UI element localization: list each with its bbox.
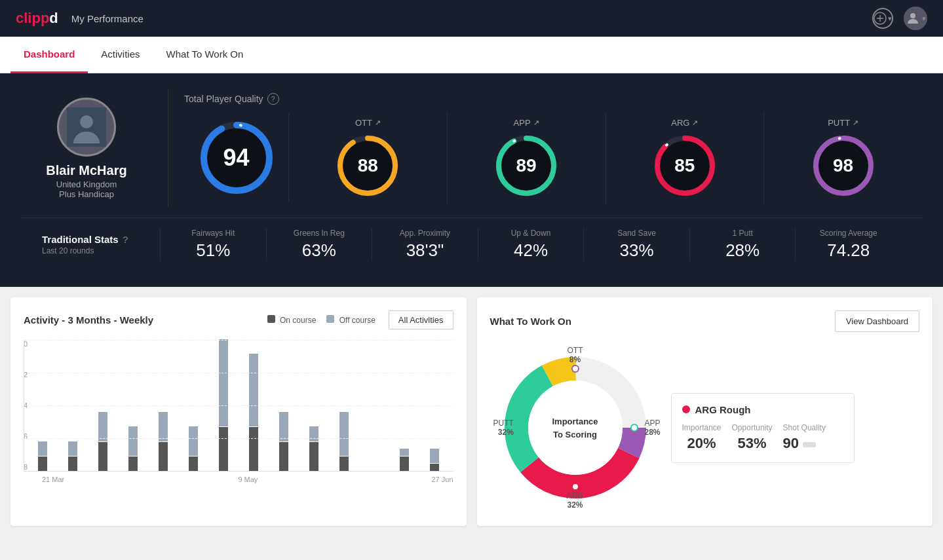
off-course-bar: [98, 412, 107, 441]
on-course-bar: [249, 427, 258, 471]
wtwon-header: What To Work On View Dashboard: [490, 310, 920, 332]
quality-help-icon[interactable]: ?: [267, 93, 279, 105]
tab-dashboard[interactable]: Dashboard: [10, 37, 88, 73]
bar-group: [421, 449, 448, 471]
stat-scoring-average-value: 74.28: [803, 240, 893, 261]
off-course-bar: [309, 426, 318, 441]
detail-metric-importance: Importance 20%: [682, 423, 722, 452]
svg-point-5: [80, 115, 93, 128]
stat-scoring-average: Scoring Average 74.28: [795, 229, 901, 261]
bar-group: [241, 354, 267, 471]
svg-point-27: [631, 424, 638, 431]
header-left: clippd My Performance: [16, 10, 144, 27]
off-course-bar: [159, 412, 168, 441]
off-course-bar: [38, 441, 47, 456]
hero-section: Blair McHarg United Kingdom Plus Handica…: [0, 73, 943, 287]
trad-sublabel: Last 20 rounds: [42, 246, 160, 255]
main-gauge: 94: [184, 113, 289, 202]
tab-activities[interactable]: Activities: [88, 37, 153, 73]
stat-fairways-hit: Fairways Hit 51%: [160, 229, 266, 261]
stat-sand-save-value: 33%: [592, 240, 682, 261]
putt-trend-icon: ↗: [853, 119, 858, 127]
stat-fairways-hit-value: 51%: [168, 240, 258, 261]
player-info: Blair McHarg United Kingdom Plus Handica…: [21, 98, 152, 199]
stat-up-and-down: Up & Down 42%: [478, 229, 584, 261]
on-course-bar: [98, 442, 107, 471]
on-course-bar: [159, 442, 168, 471]
tab-bar: Dashboard Activities What To Work On: [0, 37, 943, 73]
bar-group: [180, 426, 207, 471]
trad-help-icon[interactable]: ?: [123, 234, 128, 245]
putt-gauge-ring: 98: [811, 133, 876, 198]
stat-app-proximity: App. Proximity 38'3": [372, 229, 478, 261]
on-course-bar: [339, 457, 349, 471]
hero-top: Blair McHarg United Kingdom Plus Handica…: [21, 89, 922, 207]
off-course-bar: [279, 412, 288, 441]
on-course-bar: [189, 457, 198, 471]
bar-group: [271, 412, 298, 471]
stat-greens-in-reg: Greens In Reg 63%: [266, 229, 372, 261]
on-course-bar: [128, 457, 138, 471]
wtwon-content: ImportanceTo Scoring OTT8% PUTT32% APP28…: [490, 343, 920, 513]
svg-point-3: [910, 13, 915, 18]
ott-label: OTT ↗: [355, 118, 381, 128]
stat-1-putt-label: 1 Putt: [698, 229, 788, 238]
chart-area: 8 6 4 2 0 21 Ma: [24, 340, 453, 497]
ott-gauge-value: 88: [358, 155, 378, 176]
bar-group: [29, 441, 56, 471]
all-activities-button[interactable]: All Activities: [389, 310, 453, 329]
bar-group: [301, 426, 328, 471]
stat-1-putt: 1 Putt 28%: [689, 229, 796, 261]
on-course-bar: [219, 427, 228, 471]
arg-trend-icon: ↗: [692, 119, 698, 127]
user-avatar[interactable]: ▾: [904, 7, 927, 30]
stat-greens-in-reg-value: 63%: [275, 240, 364, 261]
on-course-dot: [267, 315, 275, 323]
off-course-bar: [430, 449, 439, 463]
bottom-panels: Activity - 3 Months - Weekly On course O…: [0, 287, 943, 536]
view-dashboard-button[interactable]: View Dashboard: [835, 310, 919, 332]
on-course-bar: [68, 457, 77, 471]
detail-dot: [682, 405, 690, 413]
stat-greens-in-reg-label: Greens In Reg: [275, 229, 364, 238]
tab-what-to-work-on[interactable]: What To Work On: [153, 37, 257, 73]
quality-gauges: 94 OTT ↗ 88: [184, 113, 922, 204]
app-gauge-ring: 89: [493, 133, 559, 198]
activity-chart-panel: Activity - 3 Months - Weekly On course O…: [10, 297, 467, 526]
donut-center-label: ImportanceTo Scoring: [552, 415, 598, 441]
stat-sand-save: Sand Save 33%: [583, 229, 689, 261]
add-button[interactable]: ▾: [872, 8, 893, 29]
on-course-bar: [400, 457, 409, 471]
putt-gauge: PUTT ↗ 98: [764, 113, 922, 204]
bar-group: [210, 339, 237, 471]
putt-segment-label: PUTT32%: [493, 419, 514, 437]
what-to-work-on-panel: What To Work On View Dashboard: [477, 297, 933, 526]
opportunity-label: Opportunity: [732, 423, 773, 432]
stat-1-putt-value: 28%: [698, 240, 788, 261]
wtwon-title: What To Work On: [490, 316, 571, 327]
player-handicap: Plus Handicap: [59, 189, 114, 199]
legend-on-course: On course: [267, 315, 317, 325]
activity-chart-title: Activity - 3 Months - Weekly: [24, 314, 153, 326]
off-course-bar: [339, 412, 349, 456]
importance-label: Importance: [682, 423, 722, 432]
detail-card: ARG Rough Importance 20% Opportunity 53%…: [671, 393, 855, 463]
importance-value: 20%: [682, 435, 722, 452]
app-trend-icon: ↗: [533, 119, 539, 127]
header: clippd My Performance ▾ ▾: [0, 0, 943, 37]
bar-group: [60, 441, 87, 471]
putt-label: PUTT ↗: [828, 118, 858, 128]
detail-metric-opportunity: Opportunity 53%: [732, 423, 773, 452]
on-course-bar: [38, 457, 47, 471]
arg-gauge-value: 85: [674, 155, 695, 176]
off-course-bar: [189, 426, 198, 455]
off-course-bar: [219, 339, 228, 426]
header-title: My Performance: [71, 13, 144, 24]
ott-trend-icon: ↗: [375, 119, 381, 127]
shot-quality-value: 90: [783, 435, 799, 452]
on-course-bar: [279, 442, 288, 471]
trad-label-section: Traditional Stats ? Last 20 rounds: [42, 234, 160, 255]
stat-scoring-average-label: Scoring Average: [803, 229, 893, 238]
x-label-3: 27 Jun: [431, 476, 453, 483]
stat-up-and-down-label: Up & Down: [486, 229, 576, 238]
